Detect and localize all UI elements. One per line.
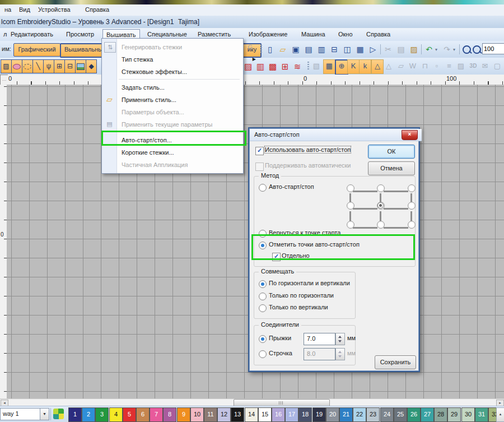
color-swatch[interactable]: 28 (434, 407, 447, 422)
stitch-type-7-icon[interactable]: △ (383, 59, 394, 73)
menu-machine[interactable]: Машина (298, 30, 328, 39)
color-swatch[interactable]: 25 (394, 407, 407, 422)
stitch-type-9-icon[interactable]: W (407, 59, 418, 73)
stitch-type-5-icon[interactable]: k (359, 59, 371, 74)
bg-menu-item-help[interactable]: Справка (85, 6, 109, 13)
menu-window[interactable]: Окно (335, 30, 356, 39)
undo-dropdown-icon[interactable]: ▾ (433, 44, 439, 56)
digitize-line-icon[interactable]: ╲ (32, 59, 44, 73)
color-swatch[interactable]: 23 (366, 407, 380, 422)
anchor-middle-right[interactable] (408, 202, 416, 210)
horizontal-scrollbar[interactable]: ◂ ▸ (0, 398, 504, 406)
zoom-icon[interactable] (473, 45, 481, 54)
color-swatch[interactable]: 26 (407, 407, 421, 422)
color-swatch[interactable]: 2 (82, 407, 95, 422)
stitch-player-icon[interactable]: ▷ (367, 44, 379, 56)
color-swatch[interactable]: 21 (339, 407, 353, 422)
menu-item-define-style[interactable]: Задать стиль... (102, 81, 260, 94)
anchor-top-center[interactable] (377, 184, 385, 192)
menu-item-apply-style[interactable]: ▱ Применить стиль... (102, 94, 260, 106)
jumps-value-input[interactable]: 7.0 (304, 333, 335, 345)
open-folder-icon[interactable]: ▱ (277, 44, 288, 56)
image-icon[interactable] (75, 59, 86, 73)
anchor-top-right[interactable] (408, 184, 416, 192)
color-swatch[interactable]: 7 (150, 407, 163, 422)
save-icon[interactable]: ▣ (290, 44, 301, 56)
new-document-icon[interactable]: ▯ (264, 44, 276, 56)
bg-menu-item[interactable]: на (4, 6, 11, 13)
stitch-type-11-icon[interactable]: ▫ (431, 59, 442, 73)
color-swatch[interactable]: 20 (326, 407, 339, 422)
menu-view[interactable]: Просмотр (63, 30, 97, 39)
menu-item-short-stitches[interactable]: Короткие стежки... (102, 146, 260, 159)
menu-item-stitch-type[interactable]: Тип стежка ▶ (102, 53, 260, 66)
color-swatch[interactable]: 16 (272, 407, 285, 422)
stitch-type-8-icon[interactable]: ▱ (395, 59, 407, 73)
stitch-type-10-icon[interactable]: ⊓ (419, 59, 431, 73)
color-swatch[interactable]: 11 (204, 407, 217, 422)
cancel-button[interactable]: Отмена (368, 161, 415, 175)
menu-special[interactable]: Специальные (144, 30, 190, 39)
color-swatch[interactable]: 29 (447, 407, 461, 422)
color-swatch[interactable]: 5 (123, 407, 136, 422)
anchor-top-left[interactable] (347, 184, 354, 192)
anchor-bottom-right[interactable] (408, 221, 416, 229)
print-icon[interactable]: ⊟ (329, 44, 340, 56)
menu-help[interactable]: Справка (363, 30, 393, 39)
color-swatch[interactable]: 9 (177, 407, 190, 422)
redo-dropdown-icon[interactable]: ▾ (451, 44, 457, 56)
menu-edit[interactable]: Редактировать (8, 30, 56, 39)
mode-embroidery-button[interactable]: Вышивальнь (60, 43, 106, 58)
close-icon[interactable]: × (402, 130, 418, 140)
stitch-type-16-icon[interactable]: ▢ (492, 59, 503, 73)
cut-icon[interactable]: ✂ (382, 44, 394, 56)
jumps-radio[interactable] (259, 335, 267, 343)
dialog-titlebar[interactable]: Авто-старт/стоп (250, 129, 422, 141)
stitch-type-6-icon[interactable]: △ (371, 59, 384, 74)
palette-editor-icon[interactable] (53, 409, 64, 419)
save-button[interactable]: Сохранить (375, 355, 416, 369)
menu-arrange[interactable]: Разместить (195, 30, 234, 39)
stitch-type-1-icon[interactable]: ▧ (311, 59, 322, 73)
toolbar-grip[interactable] (307, 62, 309, 71)
anchor-bottom-center[interactable] (377, 221, 385, 229)
send-to-machine-icon[interactable]: ▦ (354, 44, 366, 56)
align-vertical-radio[interactable] (259, 304, 267, 312)
stitch-type-4-icon[interactable]: K (347, 59, 360, 74)
align-horizontal-radio[interactable] (259, 293, 267, 300)
palette-scroll-up-icon[interactable]: ▴ (496, 407, 504, 422)
auto-start-stop-radio[interactable] (259, 184, 267, 192)
mode-graphic-button[interactable]: Графический (13, 43, 60, 57)
grid-reference-icon[interactable]: ⊟ (64, 59, 76, 73)
ok-button[interactable]: ОК (368, 145, 415, 159)
anchor-bottom-left[interactable] (347, 221, 354, 229)
jumps-spinner-icon[interactable] (335, 333, 345, 345)
menu-image[interactable]: Изображение (246, 30, 290, 39)
color-swatch[interactable]: 30 (461, 407, 475, 422)
stitch-type-3-icon[interactable]: ⊕ (335, 59, 348, 75)
color-swatch[interactable]: 27 (421, 407, 434, 422)
fill-hatch-icon[interactable]: ▨ (1, 59, 12, 73)
redo-icon[interactable]: ↷ (441, 44, 452, 56)
zoom-factor-input[interactable] (482, 43, 504, 54)
copy-icon[interactable]: ▤ (395, 44, 407, 56)
align-both-radio[interactable] (259, 280, 267, 288)
colorway-dropdown-icon[interactable]: ▾ (40, 408, 49, 420)
stitch-grid-icon[interactable]: ⊞ (279, 61, 291, 73)
color-swatch[interactable]: 6 (136, 407, 150, 422)
applique-icon[interactable]: ◆ (86, 59, 97, 73)
anchor-middle-left[interactable] (347, 202, 354, 210)
menu-item-stitch-effects[interactable]: Стежковые эффекты... (102, 66, 260, 78)
stitch-type-12-icon[interactable]: ≡ (444, 59, 455, 73)
stitch-type-3d-icon[interactable]: 3D (468, 59, 479, 73)
ruler-origin-button[interactable]: … (0, 75, 8, 86)
bg-menu-item-devices[interactable]: Устройства (38, 6, 71, 13)
export-machine-file-icon[interactable]: ▥ (316, 44, 327, 56)
bg-menu-item-vid[interactable]: Вид (19, 6, 30, 13)
needle-penetration-icon[interactable]: ψ (43, 59, 54, 73)
toolbar-grip[interactable] (260, 45, 262, 54)
stitch-fill-icon[interactable]: ▩ (267, 61, 278, 73)
color-swatch[interactable]: 12 (217, 407, 231, 422)
color-swatch[interactable]: 10 (190, 407, 204, 422)
color-swatch[interactable]: 4 (109, 407, 123, 422)
